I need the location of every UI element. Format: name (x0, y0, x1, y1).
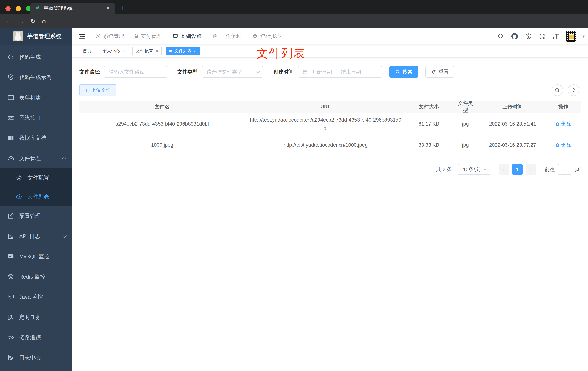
page-unit-label: 页 (575, 166, 580, 173)
sidebar-item-code-gen[interactable]: 代码生成 (0, 47, 72, 67)
briefcase-icon (212, 33, 218, 39)
sidebar-item-trace[interactable]: 链路追踪 (0, 327, 72, 348)
delete-button[interactable]: 删除 (555, 142, 571, 148)
cell-file-url: http://test.yudao.iocoder.cn/a294ecb2-73… (245, 116, 406, 132)
cell-file-size: 81.17 KB (406, 121, 452, 127)
file-submenu: 文件配置 文件列表 (0, 168, 72, 206)
table-row: a294ecb2-73dd-4353-bf40-296b8931d0bf htt… (79, 113, 581, 135)
home-icon[interactable]: ⌂ (42, 17, 46, 25)
page-size-select[interactable]: 10条/页 (458, 164, 491, 175)
goto-label: 前往 (545, 166, 555, 173)
tags-view-bar: 首页 个人中心× 文件配置× 文件列表× (72, 44, 588, 58)
sidebar-item-form-builder[interactable]: 表单构建 (0, 87, 72, 108)
main-content: 文件路径 文件类型 请选择文件类型 创建时间 开始日期 - 结束日期 搜索 重置… (72, 58, 588, 371)
monitor-check-icon (172, 33, 178, 39)
cell-file-url: http://test.yudao.iocoder.cn/1000.jpeg (245, 141, 406, 149)
sidebar-fold-icon[interactable] (74, 33, 90, 40)
new-tab-button[interactable]: + (121, 4, 125, 13)
top-menu-pay[interactable]: ¥ 支付管理 (129, 28, 167, 44)
annotation-file-list: 文件列表 (256, 45, 305, 61)
sidebar-item-log-center[interactable]: 日志中心 (0, 348, 72, 368)
sidebar-item-job[interactable]: 定时任务 (0, 307, 72, 327)
reload-icon[interactable]: ↻ (30, 17, 36, 25)
close-icon[interactable]: × (156, 48, 158, 53)
top-menu-workflow[interactable]: 工作流程 (207, 28, 247, 44)
delete-button[interactable]: 删除 (555, 120, 571, 127)
user-avatar-qr[interactable] (566, 31, 576, 42)
sidebar-item-system-api[interactable]: 系统接口 (0, 108, 72, 128)
tag-file-config[interactable]: 文件配置× (132, 47, 162, 55)
window-close-button[interactable] (5, 6, 11, 11)
sidebar-item-file-manage[interactable]: 文件管理 (0, 148, 72, 168)
search-button[interactable]: 搜索 (389, 66, 418, 78)
table-row: 1000.jpeg http://test.yudao.iocoder.cn/1… (79, 135, 581, 155)
sidebar-item-file-list[interactable]: 文件列表 (0, 187, 72, 206)
reset-button[interactable]: 重置 (425, 66, 454, 78)
file-type-select[interactable]: 请选择文件类型 (202, 66, 263, 78)
sidebar-item-code-demo[interactable]: 代码生成示例 (0, 67, 72, 87)
window-controls (5, 6, 31, 11)
window-minimize-button[interactable] (16, 6, 21, 11)
header-actions: TT ▾ (497, 28, 585, 44)
form-grid-icon (7, 94, 15, 101)
chevron-down-icon (63, 234, 67, 238)
browser-tab[interactable]: 芋道管理系统 ✕ (30, 2, 115, 14)
top-menu-report[interactable]: 统计报表 (247, 28, 287, 44)
top-menu-system[interactable]: 系统管理 (90, 28, 129, 44)
eye-icon (7, 334, 15, 341)
tag-profile[interactable]: 个人中心× (99, 47, 128, 55)
total-count: 共 2 条 (436, 166, 452, 173)
window-zoom-button[interactable] (26, 6, 31, 11)
cell-file-type: jpg (452, 121, 480, 127)
tag-home[interactable]: 首页 (79, 47, 95, 55)
tab-title: 芋道管理系统 (44, 5, 106, 11)
sidebar-item-redis[interactable]: Redis 监控 (0, 267, 72, 287)
date-range-picker[interactable]: 开始日期 - 结束日期 (298, 66, 382, 78)
goto-page-input[interactable] (558, 164, 571, 175)
close-icon[interactable]: × (122, 48, 125, 53)
forward-icon[interactable]: → (18, 17, 24, 25)
search-icon (395, 69, 400, 74)
chevron-down-icon (256, 69, 260, 74)
prev-page-button[interactable]: ‹ (499, 164, 509, 175)
cell-file-name: a294ecb2-73dd-4353-bf40-296b8931d0bf (79, 121, 245, 127)
help-icon[interactable] (525, 33, 532, 40)
date-separator: - (336, 69, 337, 75)
page-number-1[interactable]: 1 (512, 164, 523, 175)
cell-file-size: 33.33 KB (406, 142, 452, 148)
upload-file-button[interactable]: + 上传文件 (79, 84, 116, 96)
font-size-icon[interactable]: TT (552, 32, 559, 41)
logo-block[interactable]: 芋道管理系统 (0, 28, 72, 44)
sidebar-item-api-log[interactable]: API 日志 (0, 226, 72, 246)
active-dot (169, 50, 172, 52)
pagination: 共 2 条 10条/页 ‹ 1 › 前往 页 (79, 164, 581, 175)
refresh-icon (431, 69, 436, 74)
cell-upload-time: 2022-03-16 23:51:41 (480, 121, 546, 127)
end-date-placeholder[interactable]: 结束日期 (341, 68, 361, 75)
close-icon[interactable]: × (194, 48, 197, 53)
sidebar-item-java[interactable]: Java 监控 (0, 287, 72, 307)
shield-check-icon (7, 74, 15, 81)
app-logo (13, 31, 23, 41)
col-header-time: 上传时间 (480, 103, 546, 110)
tab-close-icon[interactable]: ✕ (106, 5, 110, 11)
sidebar-item-mysql[interactable]: MySQL 监控 (0, 246, 72, 267)
refresh-table-button[interactable] (568, 84, 579, 96)
start-date-placeholder[interactable]: 开始日期 (312, 68, 332, 75)
sidebar-item-config-manage[interactable]: 配置管理 (0, 206, 72, 226)
gear-icon (16, 174, 23, 181)
tag-file-list[interactable]: 文件列表× (166, 47, 200, 55)
next-page-button[interactable]: › (525, 164, 536, 175)
sidebar-item-file-config[interactable]: 文件配置 (0, 168, 72, 187)
file-path-input[interactable] (104, 66, 167, 78)
col-header-size: 文件大小 (406, 103, 452, 110)
fullscreen-icon[interactable] (538, 33, 546, 40)
browser-chrome: 芋道管理系统 ✕ + ← → ↻ ⌂ 127.0.0.1:1024/infra/… (0, 0, 588, 28)
top-menu-infra[interactable]: 基础设施 (167, 28, 207, 44)
github-icon[interactable] (511, 32, 518, 40)
sidebar-item-db-doc[interactable]: 数据库文档 (0, 128, 72, 148)
avatar-caret-down-icon[interactable]: ▾ (583, 34, 585, 39)
search-icon[interactable] (497, 33, 504, 40)
back-icon[interactable]: ← (5, 17, 11, 25)
toggle-search-button[interactable] (552, 84, 563, 96)
